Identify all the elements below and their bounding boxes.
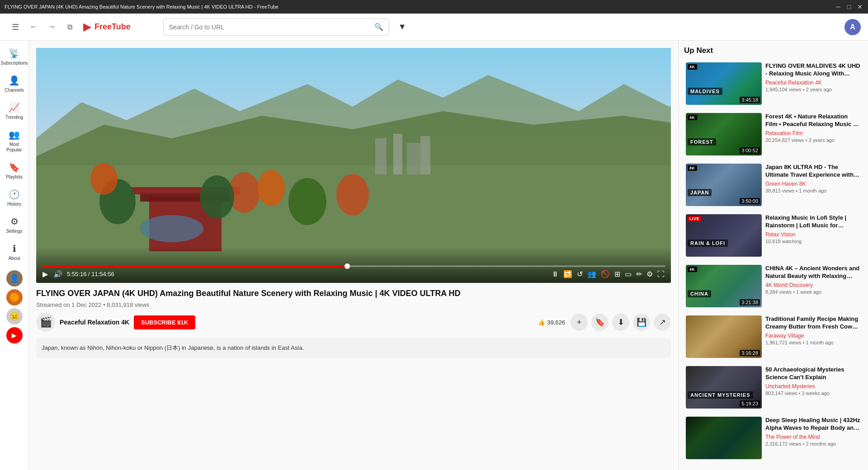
- channel-avatar-2[interactable]: 🟠: [6, 289, 23, 306]
- rec-meta: 803,147 views • 3 weeks ago: [765, 390, 861, 396]
- recommendation-item[interactable]: 4K FOREST 3:00:52 Forest 4K • Nature Rel…: [684, 111, 863, 157]
- volume-button[interactable]: 🔊: [52, 269, 63, 279]
- sidebar-item-trending[interactable]: 📈 Trending: [1, 99, 28, 124]
- recommendation-item[interactable]: 8K JAPAN 3:50:00 Japan 8K ULTRA HD - The…: [684, 162, 863, 208]
- search-input[interactable]: [169, 24, 374, 31]
- channel-avatar-4[interactable]: ▶: [6, 327, 23, 343]
- rec-info: Deep Sleep Healing Music | 432Hz Alpha W…: [765, 417, 861, 459]
- video-player[interactable]: ▶ 🔊 5:55:16 / 11:54:56 ⏸ 🔁 ↺ 👥 🚫 ⊞: [36, 48, 671, 283]
- subscriptions-icon: 📡: [9, 48, 20, 59]
- channel-avatar-1[interactable]: 👤: [6, 270, 23, 287]
- maximize-button[interactable]: □: [845, 3, 853, 10]
- progress-fill: [42, 265, 347, 267]
- recommendation-item[interactable]: 4K CHINA 3:21:38 CHINA 4K – Ancient Wond…: [684, 263, 863, 309]
- replay-button[interactable]: ↺: [576, 269, 584, 279]
- rec-duration: 3:21:38: [740, 299, 760, 306]
- rec-thumb-label: ANCIENT MYSTERIES: [688, 391, 753, 399]
- rec-title: Traditional Family Recipe Making Creamy …: [765, 315, 861, 331]
- rec-channel[interactable]: Relaxation Film: [765, 130, 861, 136]
- svg-point-14: [140, 215, 203, 242]
- rec-meta: 2,316,172 views • 2 months ago: [765, 441, 861, 446]
- rec-thumb-label: JAPAN: [688, 189, 712, 196]
- sidebar-item-history[interactable]: 🕐 History: [1, 185, 28, 211]
- pause-button[interactable]: ⏸: [551, 269, 560, 279]
- search-bar: 🔍: [163, 19, 389, 36]
- rec-channel[interactable]: Uncharted Mysteries: [765, 383, 861, 390]
- sidebar-item-playlists[interactable]: 🔖 Playlists: [1, 158, 28, 183]
- filter-button[interactable]: ▼: [398, 22, 406, 32]
- recommendation-item[interactable]: 3:16:28 Traditional Family Recipe Making…: [684, 314, 863, 360]
- channel-avatar-3[interactable]: 😐: [6, 308, 23, 324]
- rec-info: Japan 8K ULTRA HD - The Ultimate Travel …: [765, 164, 861, 206]
- recommendation-item[interactable]: LIVE RAIN & LOFI Relaxing Music in Lofi …: [684, 212, 863, 258]
- menu-button[interactable]: ☰: [7, 19, 24, 35]
- recommendation-item[interactable]: Deep Sleep Healing Music | 432Hz Alpha W…: [684, 415, 863, 461]
- rec-channel[interactable]: 4K World Discovery: [765, 282, 861, 288]
- sidebar-item-settings[interactable]: ⚙ Settings: [1, 212, 28, 238]
- history-icon: 🕐: [9, 189, 20, 200]
- logo[interactable]: ▶ FreeTube: [83, 21, 131, 33]
- about-icon: ℹ: [13, 243, 16, 254]
- loop-button[interactable]: 🔁: [562, 269, 573, 279]
- theater-button[interactable]: ▭: [624, 269, 632, 279]
- rec-badge: 4K: [688, 115, 697, 120]
- rec-channel[interactable]: Relax Vision: [765, 231, 861, 238]
- share-button[interactable]: ↗: [654, 314, 671, 331]
- rec-badge: 4K: [688, 64, 697, 70]
- rec-info: 50 Archaeological Mysteries Science Can'…: [765, 366, 861, 409]
- bookmark-button[interactable]: 🔖: [591, 314, 609, 331]
- svg-point-13: [90, 163, 118, 195]
- sidebar-item-channels[interactable]: 👤 Channels: [1, 71, 28, 97]
- header: ☰ ← → ⧉ ▶ FreeTube 🔍 ▼ A: [0, 14, 868, 41]
- forward-button[interactable]: →: [43, 19, 60, 35]
- sidebar-item-about[interactable]: ℹ About: [1, 240, 28, 265]
- recommendation-item[interactable]: ANCIENT MYSTERIES 5:19:23 50 Archaeologi…: [684, 364, 863, 410]
- rec-channel[interactable]: Peaceful Relaxation 4K: [765, 80, 861, 86]
- subscribe-button[interactable]: SUBSCRIBE 81K: [134, 315, 195, 329]
- rec-badge: 8K: [688, 165, 697, 171]
- settings-icon: ⚙: [10, 216, 19, 227]
- fullscreen-button[interactable]: ⛶: [656, 269, 665, 279]
- search-button[interactable]: 🔍: [374, 23, 383, 31]
- up-next-title: Up Next: [684, 46, 863, 55]
- progress-thumb: [344, 263, 350, 269]
- sidebar: 📡 Subscriptions 👤 Channels 📈 Trending 👥 …: [0, 41, 29, 470]
- sidebar-item-most-popular[interactable]: 👥 Most Popular: [1, 126, 28, 156]
- back-button[interactable]: ←: [25, 19, 42, 35]
- channel-name[interactable]: Peaceful Relaxation 4K: [60, 319, 129, 326]
- thumbs-up-icon: 👍: [538, 319, 545, 326]
- rec-badge: LIVE: [688, 216, 701, 221]
- rec-thumbnail: 4K MALDIVES 3:45:18: [686, 62, 762, 105]
- save-button[interactable]: 💾: [633, 314, 650, 331]
- progress-bar[interactable]: [42, 265, 665, 267]
- minimize-button[interactable]: ─: [835, 3, 842, 10]
- screen-button[interactable]: 🚫: [600, 269, 611, 279]
- video-controls: ▶ 🔊 5:55:16 / 11:54:56 ⏸ 🔁 ↺ 👥 🚫 ⊞: [36, 262, 671, 283]
- rec-channel[interactable]: The Power of the Mind: [765, 434, 861, 440]
- rec-thumbnail: LIVE RAIN & LOFI: [686, 214, 762, 257]
- edit-button[interactable]: ✏: [635, 269, 643, 279]
- rec-title: 50 Archaeological Mysteries Science Can'…: [765, 366, 861, 381]
- add-playlist-button[interactable]: +: [571, 314, 588, 331]
- rec-meta: 10,819 watching: [765, 239, 861, 244]
- mini-player-button[interactable]: ⊞: [613, 269, 621, 279]
- sidebar-item-subscriptions[interactable]: 📡 Subscriptions: [1, 44, 28, 70]
- video-title: FLYING OVER JAPAN (4K UHD) Amazing Beaut…: [36, 288, 671, 299]
- titlebar-controls: ─ □ ✕: [835, 3, 863, 10]
- close-button[interactable]: ✕: [856, 3, 863, 10]
- play-pause-button[interactable]: ▶: [42, 269, 49, 279]
- copy-button[interactable]: ⧉: [61, 19, 78, 35]
- channel-avatar[interactable]: 🎬: [36, 313, 55, 332]
- settings-button[interactable]: ⚙: [646, 269, 654, 279]
- svg-point-11: [288, 178, 326, 225]
- rec-channel[interactable]: Faraway Village: [765, 333, 861, 339]
- video-actions-row: 🎬 Peaceful Relaxation 4K SUBSCRIBE 81K 👍…: [36, 313, 671, 332]
- most-popular-label: Most Popular: [3, 142, 26, 153]
- user-avatar[interactable]: A: [844, 19, 861, 35]
- caption-button[interactable]: 👥: [586, 269, 597, 279]
- rec-channel[interactable]: Green Haven 8K: [765, 181, 861, 187]
- recommendation-item[interactable]: 4K MALDIVES 3:45:18 FLYING OVER MALDIVES…: [684, 61, 863, 107]
- rec-duration: 3:16:28: [740, 350, 760, 356]
- download-button[interactable]: ⬇: [612, 314, 629, 331]
- svg-rect-17: [407, 143, 420, 174]
